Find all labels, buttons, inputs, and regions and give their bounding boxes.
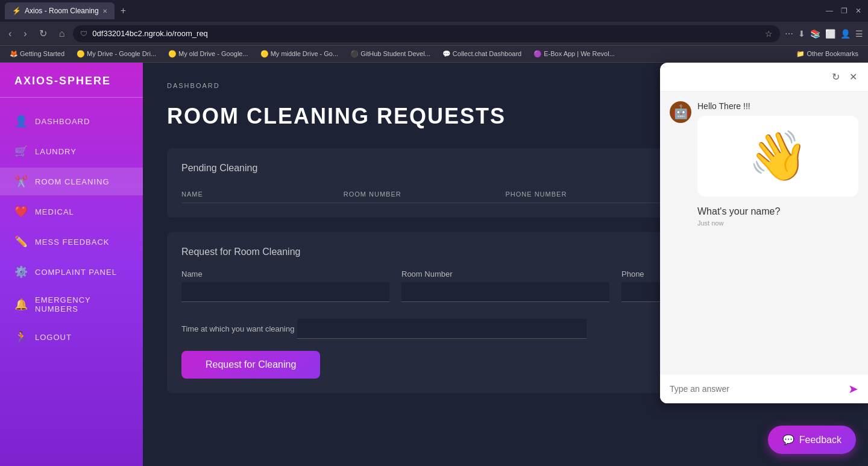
- sidebar-item-room-cleaning[interactable]: ✂️ ROOM CLEANING: [0, 168, 143, 195]
- sidebar-item-emergency[interactable]: 🔔 EMERGENCY NUMBERS: [0, 288, 143, 321]
- emergency-icon: 🔔: [14, 298, 27, 311]
- col-phone: PHONE NUMBER: [506, 190, 668, 198]
- sidebar-item-label: ROOM CLEANING: [35, 177, 110, 186]
- sidebar-item-label: MEDICAL: [35, 207, 74, 216]
- sidebar-item-label: MESS FEEDBACK: [35, 238, 110, 247]
- chat-wave-emoji: 👋: [748, 128, 808, 184]
- chat-bubble: Hello There !!! 👋 What's your name? Just…: [697, 101, 858, 227]
- time-input[interactable]: [297, 319, 587, 339]
- room-cleaning-icon: ✂️: [14, 175, 27, 188]
- address-bar-container[interactable]: 🛡 ☆: [73, 25, 780, 42]
- chat-footer: ➤: [660, 374, 868, 403]
- chat-bot-avatar: 🤖: [670, 101, 691, 123]
- library-btn[interactable]: 📚: [810, 29, 820, 39]
- mess-feedback-icon: ✏️: [14, 235, 27, 248]
- request-cleaning-btn[interactable]: Request for Cleaning: [181, 351, 320, 379]
- home-btn[interactable]: ⌂: [55, 27, 69, 40]
- chat-refresh-btn[interactable]: ↻: [831, 70, 841, 84]
- sidebar-item-label: DASHBOARD: [35, 117, 90, 126]
- sidebar-logo: AXIOS-SPHERE: [0, 75, 143, 98]
- sidebar-item-dashboard[interactable]: 👤 DASHBOARD: [0, 107, 143, 135]
- bookmarks-bar: 🦊 Getting Started 🟡 My Drive - Google Dr…: [0, 46, 868, 63]
- chat-message: 🤖 Hello There !!! 👋 What's your name? Ju…: [670, 101, 858, 227]
- sidebar-item-label: EMERGENCY NUMBERS: [35, 295, 128, 313]
- chat-timestamp: Just now: [697, 219, 858, 227]
- chat-body: 🤖 Hello There !!! 👋 What's your name? Ju…: [660, 92, 868, 374]
- bookmark-my-drive[interactable]: 🟡 My Drive - Google Dri...: [72, 49, 161, 59]
- dashboard-icon: 👤: [14, 115, 27, 128]
- feedback-label: Feedback: [799, 435, 841, 446]
- address-bar[interactable]: [92, 29, 760, 38]
- tab-view-btn[interactable]: ⬜: [825, 29, 835, 39]
- name-input[interactable]: [181, 282, 389, 302]
- sidebar-item-complaint[interactable]: ⚙️ COMPLAINT PANEL: [0, 258, 143, 286]
- sidebar-nav: 👤 DASHBOARD 🛒 LAUNDRY ✂️ ROOM CLEANING ❤…: [0, 107, 143, 351]
- chat-widget: ↻ ✕ 🤖 Hello There !!! 👋 What's your name…: [660, 63, 868, 403]
- bookmark-github[interactable]: ⚫ GitHub Student Devel...: [345, 49, 435, 59]
- bookmark-ebox[interactable]: 🟣 E-Box App | We Revol...: [529, 49, 620, 59]
- forward-btn[interactable]: ›: [20, 27, 30, 40]
- name-label: Name: [181, 269, 389, 279]
- sidebar-item-label: LAUNDRY: [35, 147, 77, 156]
- tab-title: Axios - Room Cleaning: [25, 7, 99, 15]
- name-group: Name: [181, 269, 389, 302]
- bookmark-middle-drive[interactable]: 🟡 My middle Drive - Go...: [256, 49, 344, 59]
- sidebar: AXIOS-SPHERE 👤 DASHBOARD 🛒 LAUNDRY ✂️ RO…: [0, 63, 143, 466]
- col-name: NAME: [181, 190, 344, 198]
- active-tab[interactable]: ⚡ Axios - Room Cleaning ✕: [5, 2, 115, 19]
- sidebar-item-mess-feedback[interactable]: ✏️ MESS FEEDBACK: [0, 228, 143, 256]
- col-room: ROOM NUMBER: [344, 190, 506, 198]
- feedback-icon: 💬: [782, 434, 794, 446]
- profile-btn[interactable]: 👤: [840, 29, 851, 39]
- sidebar-item-laundry[interactable]: 🛒 LAUNDRY: [0, 137, 143, 165]
- medical-icon: ❤️: [14, 205, 27, 218]
- time-label: Time at which you want cleaning: [181, 324, 294, 333]
- more-btn[interactable]: ⋯: [785, 29, 793, 39]
- chat-header: ↻ ✕: [660, 63, 868, 92]
- back-btn[interactable]: ‹: [5, 27, 15, 40]
- bookmark-old-drive[interactable]: 🟡 My old Drive - Google...: [163, 49, 253, 59]
- menu-btn[interactable]: ☰: [855, 29, 863, 39]
- refresh-btn[interactable]: ↻: [36, 27, 51, 40]
- bookmark-getting-started[interactable]: 🦊 Getting Started: [5, 49, 69, 59]
- bookmark-collect[interactable]: 💬 Collect.chat Dashboard: [438, 49, 526, 59]
- tab-favicon: ⚡: [12, 7, 21, 15]
- chat-question: What's your name?: [697, 206, 858, 217]
- star-icon[interactable]: ☆: [765, 29, 773, 39]
- room-group: Room Number: [401, 269, 609, 302]
- sidebar-item-logout[interactable]: 🏃 LOGOUT: [0, 323, 143, 351]
- feedback-btn[interactable]: 💬 Feedback: [768, 426, 856, 454]
- room-input[interactable]: [401, 282, 609, 302]
- download-btn[interactable]: ⬇: [798, 29, 805, 39]
- room-label: Room Number: [401, 269, 609, 279]
- new-tab-btn[interactable]: +: [117, 5, 130, 16]
- close-btn[interactable]: ✕: [854, 6, 863, 16]
- tab-close-btn[interactable]: ✕: [102, 8, 107, 14]
- logout-icon: 🏃: [14, 330, 27, 344]
- security-icon: 🛡: [80, 30, 87, 38]
- chat-emoji-container: 👋: [697, 116, 858, 197]
- sidebar-item-medical[interactable]: ❤️ MEDICAL: [0, 198, 143, 225]
- bookmark-other[interactable]: 📁 Other Bookmarks: [791, 49, 863, 59]
- chat-greeting: Hello There !!!: [697, 101, 858, 111]
- sidebar-item-label: COMPLAINT PANEL: [35, 268, 117, 277]
- chat-answer-input[interactable]: [670, 384, 842, 394]
- chat-close-btn[interactable]: ✕: [848, 70, 858, 84]
- minimize-btn[interactable]: —: [825, 6, 834, 16]
- maximize-btn[interactable]: ❐: [839, 6, 849, 16]
- sidebar-item-label: LOGOUT: [35, 333, 72, 342]
- chat-send-btn[interactable]: ➤: [848, 382, 858, 396]
- laundry-icon: 🛒: [14, 145, 27, 158]
- complaint-icon: ⚙️: [14, 265, 27, 279]
